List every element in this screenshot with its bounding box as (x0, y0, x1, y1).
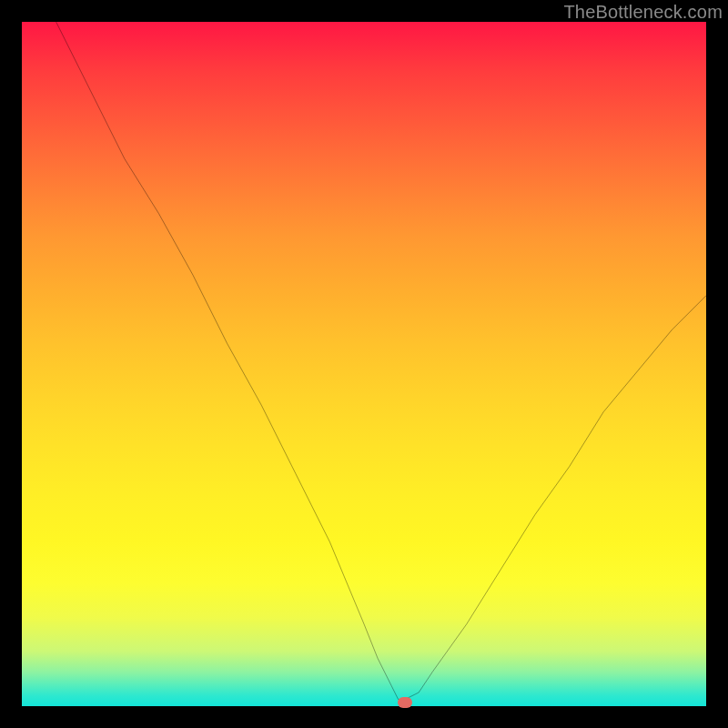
watermark-text: TheBottleneck.com (563, 2, 723, 23)
chart-frame: TheBottleneck.com (0, 0, 728, 728)
curve-path (56, 22, 706, 699)
minimum-marker (398, 697, 412, 708)
plot-area (22, 22, 706, 706)
bottleneck-curve (22, 22, 706, 706)
